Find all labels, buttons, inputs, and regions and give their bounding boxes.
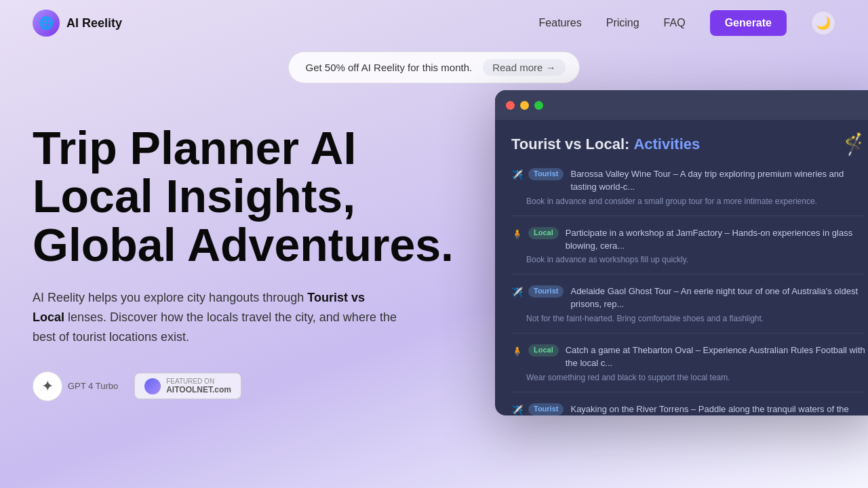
tourist-icon: ✈️: [511, 285, 523, 299]
hero-section: Trip Planner AILocal Insights,Global Adv…: [33, 110, 467, 401]
activity-row: ✈️ Tourist Barossa Valley Wine Tour – A …: [511, 168, 865, 194]
banner-inner: Get 50% off AI Reelity for this month. R…: [288, 52, 579, 83]
aitoolnet-text: FEATURED ON AITOOLNET.com: [166, 378, 231, 394]
window-close-dot: [506, 101, 515, 110]
logo-text: AI Reelity: [66, 16, 122, 30]
logo-icon: 🌐: [33, 9, 60, 37]
activity-item: ✈️ Tourist Barossa Valley Wine Tour – A …: [511, 168, 865, 216]
navigation: 🌐 AI Reelity Features Pricing FAQ Genera…: [0, 0, 868, 46]
local-tag: Local: [528, 227, 559, 239]
window-titlebar: [495, 90, 868, 120]
local-icon: 🧍: [511, 227, 523, 241]
tourist-tag: Tourist: [528, 403, 564, 415]
theme-toggle-button[interactable]: 🌙: [811, 11, 835, 35]
wand-icon: 🪄: [841, 130, 868, 157]
window-body: Tourist vs Local: Activities 🪄 ✈️ Touris…: [495, 120, 868, 415]
generate-button[interactable]: Generate: [710, 10, 787, 36]
logo-area[interactable]: 🌐 AI Reelity: [33, 9, 122, 37]
nav-link-faq[interactable]: FAQ: [664, 17, 686, 29]
window-title: Tourist vs Local: Activities 🪄: [511, 134, 865, 155]
activity-item: ✈️ Tourist Kayaking on the River Torrens…: [511, 403, 865, 415]
tourist-icon: ✈️: [511, 168, 523, 182]
activity-row: 🧍 Local Participate in a workshop at Jam…: [511, 227, 865, 253]
nav-links: Features Pricing FAQ Generate 🌙: [539, 10, 835, 36]
activity-item: ✈️ Tourist Adelaide Gaol Ghost Tour – An…: [511, 285, 865, 333]
badges-area: ✦ GPT 4 Turbo FEATURED ON AITOOLNET.com: [33, 371, 467, 401]
activity-item: 🧍 Local Catch a game at Thebarton Oval –…: [511, 344, 865, 392]
local-icon: 🧍: [511, 344, 523, 358]
banner-text: Get 50% off AI Reelity for this month.: [305, 62, 472, 73]
app-window-mockup: Tourist vs Local: Activities 🪄 ✈️ Touris…: [495, 90, 868, 415]
promo-banner: Get 50% off AI Reelity for this month. R…: [0, 52, 868, 83]
gpt-badge: ✦ GPT 4 Turbo: [33, 371, 118, 401]
window-minimize-dot: [520, 101, 529, 110]
gpt-label: GPT 4 Turbo: [68, 381, 118, 391]
main-content: Trip Planner AILocal Insights,Global Adv…: [0, 83, 868, 401]
aitoolnet-badge: FEATURED ON AITOOLNET.com: [134, 373, 241, 399]
nav-link-pricing[interactable]: Pricing: [606, 17, 639, 29]
window-maximize-dot: [534, 101, 543, 110]
tourist-icon: ✈️: [511, 403, 523, 415]
activity-row: 🧍 Local Catch a game at Thebarton Oval –…: [511, 344, 865, 370]
tourist-tag: Tourist: [528, 285, 564, 298]
tourist-tag: Tourist: [528, 168, 564, 180]
banner-read-more[interactable]: Read more →: [483, 59, 565, 76]
activity-item: 🧍 Local Participate in a workshop at Jam…: [511, 227, 865, 275]
activity-row: ✈️ Tourist Adelaide Gaol Ghost Tour – An…: [511, 285, 865, 311]
activity-row: ✈️ Tourist Kayaking on the River Torrens…: [511, 403, 865, 415]
local-tag: Local: [528, 344, 559, 357]
nav-link-features[interactable]: Features: [539, 17, 582, 29]
hero-subtitle: AI Reelity helps you explore city hangou…: [33, 288, 399, 346]
aitoolnet-logo-icon: [144, 378, 161, 394]
gpt-icon: ✦: [33, 371, 62, 401]
hero-title: Trip Planner AILocal Insights,Global Adv…: [33, 124, 467, 269]
